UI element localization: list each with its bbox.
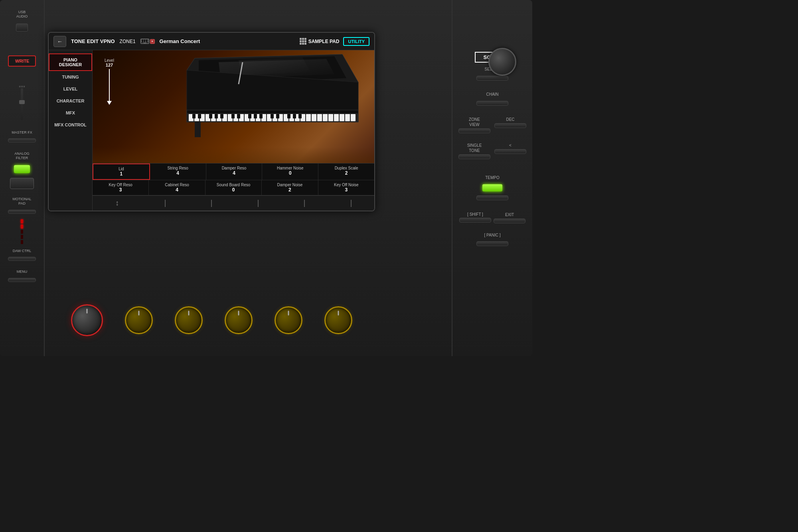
led-4 (21, 235, 23, 239)
knob-1[interactable] (71, 304, 103, 336)
led-5 (21, 240, 23, 244)
nav-mfx[interactable]: MFX (49, 107, 92, 119)
slider-marks-row: ↕ (93, 195, 374, 211)
select-button[interactable] (476, 76, 508, 81)
param-duplex-scale[interactable]: Duplex Scale 2 (318, 164, 374, 180)
shift-button[interactable] (459, 218, 491, 223)
svg-rect-32 (334, 114, 339, 121)
svg-rect-46 (271, 114, 274, 118)
usb-audio-button[interactable] (16, 24, 28, 32)
master-fx-button[interactable] (8, 138, 36, 142)
knob-3-container (175, 306, 203, 334)
svg-rect-34 (345, 114, 350, 121)
single-tone-button[interactable] (458, 154, 490, 159)
nav-mfx-control[interactable]: MFX CONTROL (49, 119, 92, 131)
back-button[interactable]: ← (53, 36, 66, 47)
svg-rect-27 (306, 114, 311, 121)
knob-3[interactable] (175, 306, 203, 334)
screen-nav: PIANO DESIGNER TUNING LEVEL CHARACTER MF… (49, 50, 93, 211)
right-panel: SCENE SELECT CHAIN ZONE VIEW DEC SINGLE … (452, 0, 532, 356)
panic-label: [ PANIC ] (484, 233, 501, 237)
shift-group: [ SHIFT ] (459, 212, 491, 223)
param-lid-name: Lid (97, 167, 146, 171)
slider-mark-5 (351, 200, 352, 207)
menu-button[interactable] (8, 278, 36, 282)
screen-header: ← TONE EDIT VPNO ZONE1 (49, 33, 374, 50)
knobs-row (48, 304, 375, 336)
svg-rect-40 (220, 114, 223, 118)
level-label: Level (105, 58, 114, 63)
utility-button[interactable]: UTILITY (343, 37, 369, 46)
dec-label: DEC (506, 117, 514, 122)
zone-dec-row: ZONE VIEW DEC (458, 117, 526, 133)
param-soundboard-reso[interactable]: Sound Board Reso 0 (205, 180, 262, 195)
screen: ← TONE EDIT VPNO ZONE1 (48, 32, 375, 211)
main-knob[interactable] (488, 48, 516, 76)
tone-edit-title: TONE EDIT VPNO (71, 38, 115, 44)
knob-2-container (125, 306, 153, 334)
svg-rect-49 (293, 114, 296, 118)
param-damper-reso[interactable]: Damper Reso 4 (206, 164, 263, 180)
sample-pad-label: SAMPLE PAD (308, 39, 340, 44)
param-key-off-noise[interactable]: Key Off Noise 3 (318, 180, 374, 195)
param-cabinet-reso-name: Cabinet Reso (152, 183, 201, 187)
nav-level[interactable]: LEVEL (49, 83, 92, 95)
less-than-button[interactable] (494, 149, 526, 154)
exit-label: EXIT (505, 212, 514, 217)
header-left: ← TONE EDIT VPNO ZONE1 (53, 36, 200, 47)
param-cabinet-reso[interactable]: Cabinet Reso 4 (149, 180, 205, 195)
motional-pad-button[interactable] (8, 210, 36, 214)
param-hammer-noise[interactable]: Hammer Noise 0 (262, 164, 318, 180)
zone-label: ZONE1 (120, 39, 136, 44)
sample-pad-btn[interactable]: SAMPLE PAD (300, 38, 340, 45)
param-damper-reso-value: 4 (209, 170, 259, 176)
param-lid[interactable]: Lid 1 (93, 164, 150, 180)
daw-ctrl-button[interactable] (8, 257, 36, 261)
svg-rect-38 (209, 114, 212, 118)
zone-view-group: ZONE VIEW (458, 117, 490, 133)
shift-exit-row: [ SHIFT ] EXIT (459, 212, 525, 223)
param-key-off-noise-value: 3 (322, 187, 371, 193)
zone-view-button[interactable] (458, 128, 490, 133)
nav-character[interactable]: CHARACTER (49, 95, 92, 107)
analog-filter-button[interactable] (10, 178, 34, 189)
param-key-off-reso-name: Key Off Reso (96, 183, 145, 187)
write-button[interactable]: WRITE (8, 55, 36, 67)
led-2 (21, 225, 23, 229)
knob-5[interactable] (275, 306, 302, 334)
knob-4-container (225, 306, 253, 334)
knob-1-container (71, 304, 103, 336)
level-line (109, 69, 110, 101)
dec-group: DEC (494, 117, 526, 128)
param-key-off-reso[interactable]: Key Off Reso 3 (93, 180, 149, 195)
param-cabinet-reso-value: 4 (152, 187, 201, 193)
svg-rect-42 (237, 114, 240, 118)
level-arrow (107, 101, 112, 105)
level-value: 127 (106, 63, 113, 67)
tempo-indicator (482, 184, 502, 191)
nav-tuning[interactable]: TUNING (49, 71, 92, 83)
panic-button[interactable] (476, 241, 508, 246)
tone-name: German Concert (160, 38, 200, 44)
param-damper-noise[interactable]: Damper Noise 2 (262, 180, 318, 195)
single-tone-label: SINGLE TONE (467, 143, 482, 153)
knob-6[interactable] (324, 306, 352, 334)
tempo-button[interactable] (476, 195, 508, 200)
nav-piano-designer[interactable]: PIANO DESIGNER (49, 53, 92, 71)
less-than-group: < (494, 143, 526, 154)
floor-overlay (93, 147, 374, 163)
exit-button[interactable] (494, 219, 525, 223)
param-damper-noise-value: 2 (265, 187, 314, 193)
analog-filter-indicator (14, 165, 30, 173)
param-string-reso[interactable]: String Reso 4 (150, 164, 206, 180)
knob-4[interactable] (225, 306, 253, 334)
device: USB AUDIO WRITE MASTER FX ANALOG FILTER (0, 0, 532, 356)
chain-button[interactable] (476, 101, 508, 106)
knob-2[interactable] (125, 306, 153, 334)
left-panel: USB AUDIO WRITE MASTER FX ANALOG FILTER (0, 0, 44, 356)
slider-mark-3 (258, 200, 259, 207)
dec-button[interactable] (494, 123, 526, 128)
svg-rect-43 (248, 114, 251, 118)
master-fx-label: MASTER FX (12, 130, 32, 135)
knob-5-container (275, 306, 302, 334)
